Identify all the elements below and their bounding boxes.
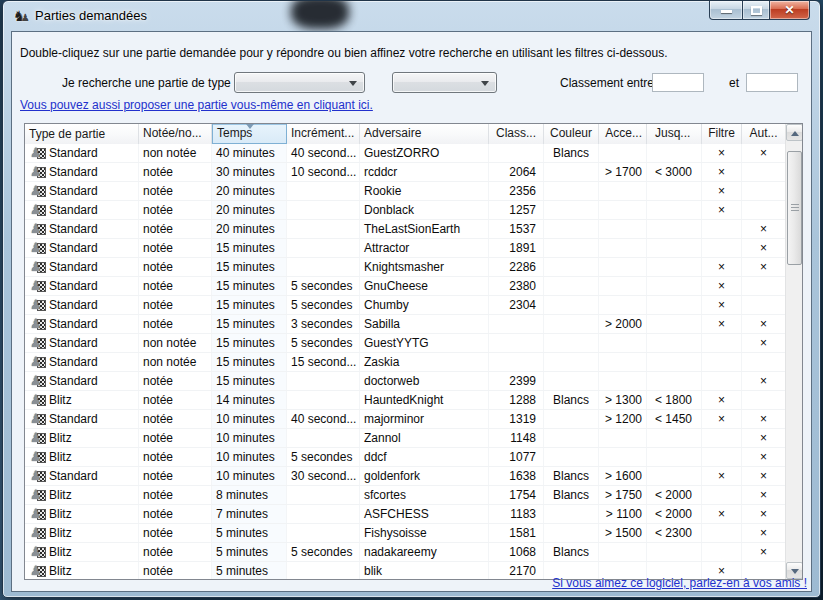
cell-increment	[287, 524, 360, 542]
game-row[interactable]: ♟Standardnotée20 minutesRookie2356×	[25, 182, 785, 201]
game-type-text: Standard	[49, 296, 98, 314]
column-header-accept_above[interactable]: Acce...	[599, 124, 647, 144]
game-row[interactable]: ♟Blitznotée7 minutesASFCHESS1183> 1100< …	[25, 505, 785, 524]
game-type-text: Standard	[49, 201, 98, 219]
game-row[interactable]: ♟Standardnotée30 minutes10 second...rcdd…	[25, 163, 785, 182]
game-row[interactable]: ♟Standardnotée15 minutes5 secondesChumby…	[25, 296, 785, 315]
share-software-link[interactable]: Si vous aimez ce logiciel, parlez-en à v…	[552, 576, 807, 590]
dialog-window: ♞♟ Parties demandées ✕ Double-cliquez su…	[2, 0, 821, 598]
cell-accept_above	[599, 258, 647, 276]
cell-time: 40 minutes	[212, 144, 287, 162]
game-type-label: Je recherche une partie de type :	[62, 76, 237, 90]
cell-color	[544, 429, 599, 447]
desktop-background: ♞♟ Parties demandées ✕ Double-cliquez su…	[0, 0, 823, 600]
column-header-increment[interactable]: Incrément...	[287, 124, 360, 144]
cell-rating: 2170	[489, 562, 544, 580]
game-row[interactable]: ♟Blitznotée10 minutesZannol1148×	[25, 429, 785, 448]
title-bar[interactable]: ♞♟ Parties demandées ✕	[3, 1, 820, 31]
rating-max-input[interactable]	[746, 73, 798, 92]
close-button[interactable]: ✕	[770, 1, 810, 20]
cell-adversary: sfcortes	[360, 486, 489, 504]
game-row[interactable]: ♟Blitznotée8 minutessfcortes1754Blancs> …	[25, 486, 785, 505]
rating-min-input[interactable]	[652, 73, 704, 92]
cell-type: ♟Blitz	[25, 562, 139, 580]
cell-increment: 5 secondes	[287, 296, 360, 314]
game-row[interactable]: ♟Standardnotée10 minutes30 second...gold…	[25, 467, 785, 486]
cell-increment	[287, 486, 360, 504]
cell-accept_above: > 1200	[599, 410, 647, 428]
game-row[interactable]: ♟Standardnon notée40 minutes40 second...…	[25, 144, 785, 163]
close-icon: ✕	[770, 3, 809, 17]
minimize-icon	[721, 10, 732, 13]
game-row[interactable]: ♟Standardnotée20 minutesTheLastSionEarth…	[25, 220, 785, 239]
cell-type: ♟Standard	[25, 353, 139, 371]
cell-adversary: GuestYYTG	[360, 334, 489, 352]
cell-time: 15 minutes	[212, 372, 287, 390]
chess-pawn-icon: ♟	[30, 431, 47, 446]
cell-accept_below	[647, 144, 702, 162]
game-type-text: Standard	[49, 163, 98, 181]
game-row[interactable]: ♟Standardnotée15 minutes3 secondesSabill…	[25, 315, 785, 334]
cell-color	[544, 239, 599, 257]
cell-filter	[702, 448, 742, 466]
cell-adversary: rcddcr	[360, 163, 489, 181]
cell-color	[544, 334, 599, 352]
cell-time: 30 minutes	[212, 163, 287, 181]
scrollbar-thumb[interactable]	[787, 151, 802, 265]
game-row[interactable]: ♟Blitznotée10 minutes5 secondesddcf1077×	[25, 448, 785, 467]
cell-rating: 2356	[489, 182, 544, 200]
cell-accept_below	[647, 201, 702, 219]
game-row[interactable]: ♟Blitznotée5 minutesFishysoisse1581> 150…	[25, 524, 785, 543]
vertical-scrollbar[interactable]	[785, 124, 802, 579]
game-row[interactable]: ♟Standardnotée15 minutes5 secondesGnuChe…	[25, 277, 785, 296]
column-header-auto[interactable]: Aut...	[742, 124, 785, 144]
chess-pawn-icon: ♟	[30, 165, 47, 180]
table-header: Type de partieNotée/no...TempsIncrément.…	[25, 124, 785, 144]
propose-game-link[interactable]: Vous pouvez aussi proposer une partie vo…	[20, 98, 373, 112]
game-row[interactable]: ♟Blitznotée5 minutes5 secondesnadakareem…	[25, 543, 785, 562]
game-row[interactable]: ♟Standardnotée10 minutes40 second...majo…	[25, 410, 785, 429]
column-header-type[interactable]: Type de partie	[25, 124, 139, 144]
chess-pawn-icon: ♟	[30, 241, 47, 256]
instructions-text: Double-cliquez sur une partie demandée p…	[20, 46, 810, 60]
cell-increment	[287, 258, 360, 276]
cell-increment	[287, 220, 360, 238]
game-variant-dropdown[interactable]	[392, 72, 497, 93]
game-row[interactable]: ♟Blitznotée14 minutesHauntedKnight1288Bl…	[25, 391, 785, 410]
game-row[interactable]: ♟Standardnotée15 minutesdoctorweb2399×	[25, 372, 785, 391]
cell-rated: notée	[139, 315, 212, 333]
cell-accept_above	[599, 182, 647, 200]
scroll-up-button[interactable]	[786, 124, 803, 141]
game-row[interactable]: ♟Standardnon notée15 minutes15 second...…	[25, 353, 785, 372]
cell-auto: ×	[742, 220, 785, 238]
column-header-rated[interactable]: Notée/no...	[139, 124, 212, 144]
column-header-filter[interactable]: Filtre	[702, 124, 742, 144]
cell-type: ♟Blitz	[25, 448, 139, 466]
game-row[interactable]: ♟Standardnotée20 minutesDonblack1257×	[25, 201, 785, 220]
game-row[interactable]: ♟Standardnotée15 minutesAttractor1891×	[25, 239, 785, 258]
cell-adversary: blik	[360, 562, 489, 580]
column-header-adversary[interactable]: Adversaire	[360, 124, 489, 144]
game-type-text: Blitz	[49, 429, 72, 447]
cell-accept_below	[647, 296, 702, 314]
game-row[interactable]: ♟Standardnotée15 minutesKnightsmasher228…	[25, 258, 785, 277]
column-header-color[interactable]: Couleur	[544, 124, 599, 144]
column-header-rating[interactable]: Class...	[489, 124, 544, 144]
column-header-label: Filtre	[708, 126, 735, 140]
cell-increment	[287, 391, 360, 409]
game-type-text: Blitz	[49, 391, 72, 409]
rating-range-label: Classement entre	[560, 76, 654, 90]
cell-increment	[287, 372, 360, 390]
minimize-button[interactable]	[709, 1, 743, 20]
cell-type: ♟Blitz	[25, 505, 139, 523]
column-header-time[interactable]: Temps	[212, 124, 287, 144]
game-row[interactable]: ♟Standardnon notée15 minutes5 secondesGu…	[25, 334, 785, 353]
chess-pawn-icon: ♟	[30, 412, 47, 427]
cell-rating: 1537	[489, 220, 544, 238]
column-header-accept_below[interactable]: Jusq...	[647, 124, 702, 144]
maximize-button[interactable]	[743, 1, 770, 20]
game-type-dropdown[interactable]	[234, 72, 365, 93]
cell-accept_above: > 1600	[599, 467, 647, 485]
cell-color	[544, 505, 599, 523]
cell-accept_above	[599, 239, 647, 257]
